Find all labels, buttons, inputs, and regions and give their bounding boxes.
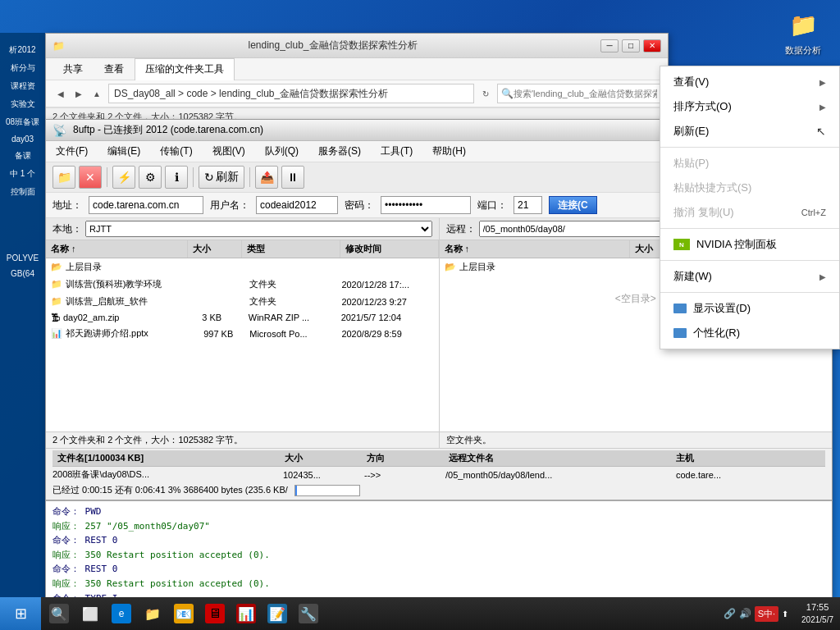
separator-2 [660,228,839,229]
separator-1 [660,147,839,148]
maximize-button[interactable]: □ [622,39,640,52]
local-file-item-folder1[interactable]: 📁 训练营(预科班)教学环境 文件夹 2020/12/28 17:... [46,276,439,293]
personalize-label: 个性化(R) [693,326,740,340]
folder-icon-1: 📁 [51,279,62,290]
nvidia-icon: N [673,239,690,250]
menu-view[interactable]: 视图(V) [206,143,252,160]
port-input[interactable] [514,196,542,214]
transfer-col-direction: 方向 [362,450,444,466]
date-display: 2021/5/7 [801,614,833,626]
ribbon-tabs: 共享 查看 压缩的文件夹工具 [46,58,668,80]
search-bar[interactable]: 🔍 [497,84,661,103]
progress-bar [294,485,360,496]
connect-button[interactable]: 连接(C [549,196,597,214]
taskbar-time[interactable]: 17:55 2021/5/7 [801,601,833,625]
taskbar-app2[interactable]: 🖥 [200,599,230,628]
breadcrumb[interactable]: DS_day08_all > code > lending_club_金融信贷数… [108,84,474,103]
cursor-icon: ↖ [816,125,826,138]
local-path-select[interactable]: RJTT [85,221,432,237]
context-menu-item-nvidia[interactable]: N NVIDIA 控制面板 [660,232,839,257]
file-size-zip: 3 KB [202,313,248,322]
log-line-1: 命令： PWD [52,504,825,519]
desktop-icon-data-analysis[interactable]: 📁 数据分析 [774,8,832,57]
context-menu-item-new[interactable]: 新建(W) ▶ [660,264,839,289]
context-menu-item-display[interactable]: 显示设置(D) [660,296,839,321]
app3-icon: 📊 [236,604,256,623]
taskbar: ⊞ 🔍 ⬜ e 📁 📧 🖥 📊 [0,597,840,630]
local-file-header: 名称 ↑ 大小 类型 修改时间 [46,240,439,258]
taskbar-right: 17:55 2021/5/7 [795,601,840,625]
context-menu-item-personalize[interactable]: 个性化(R) [660,321,839,345]
log-line-5: 命令： REST 0 [52,562,825,577]
toolbar-btn-upload[interactable]: 📤 [255,166,278,189]
tray-network-icon: 🔗 [724,608,736,619]
toolbar-btn-1[interactable]: 📁 [52,166,75,189]
menu-help[interactable]: 帮助(H) [426,143,472,160]
forward-button[interactable]: ▶ [71,85,87,102]
transfer-col-filename: 文件名[1/100034 KB] [52,450,280,466]
sidebar-item-gb: GB(64 [0,266,45,281]
username-input[interactable] [256,196,338,214]
transfer-direction: -->> [364,470,439,480]
up-button[interactable]: ▲ [89,85,105,102]
transfer-filename: 2008班备课\day08\DS... [52,468,276,481]
menu-server[interactable]: 服务器(S) [312,143,368,160]
start-icon: ⊞ [15,605,27,623]
sidebar-item-course: 课程资 [0,77,45,95]
address-bar: ◀ ▶ ▲ DS_day08_all > code > lending_club… [46,80,668,107]
taskbar-app5[interactable]: 🔧 [294,599,323,628]
window-title: lending_club_金融信贷数据探索性分析 [65,39,600,52]
taskbar-app4[interactable]: 📝 [262,599,292,628]
menu-queue[interactable]: 队列(Q) [258,143,305,160]
tab-view[interactable]: 查看 [94,58,135,80]
undo-label: 撤消 复制(U) [673,205,734,220]
taskbar-taskview[interactable]: ⬜ [75,599,105,628]
local-file-item-pptx[interactable]: 📊 祁天跑讲师介绍.pptx 997 KB Microsoft Po... 20… [46,325,439,342]
menu-transfer[interactable]: 传输(T) [153,143,199,160]
ftp-title-left: 📡 8uftp - 已连接到 2012 (code.tarena.com.cn) [52,123,263,137]
context-menu-item-sort[interactable]: 排序方式(O) ▶ [660,94,839,119]
col-type: 类型 [242,240,340,258]
sidebar-item-experiment: 实验文 [0,95,45,113]
local-file-item-up[interactable]: 📂 上层目录 [46,258,439,276]
context-menu-item-view[interactable]: 查看(V) ▶ [660,70,839,94]
toolbar-sep-1 [107,167,107,187]
search-input[interactable] [514,89,657,98]
ftp-app-icon: 📡 [52,124,66,137]
toolbar-sep-3 [249,167,250,187]
address-label: 地址： [52,199,82,212]
start-button[interactable]: ⊞ [0,597,41,630]
taskbar-edge[interactable]: e [107,599,136,628]
tab-compress-tools[interactable]: 压缩的文件夹工具 [135,58,235,80]
tab-share[interactable]: 共享 [52,58,94,80]
minimize-button[interactable]: ─ [600,39,619,52]
local-file-item-folder2[interactable]: 📁 训练营_启航班_软件 文件夹 2020/12/23 9:27 [46,293,439,310]
toolbar-btn-lightning[interactable]: ⚡ [112,166,135,189]
transfer-col-remote: 远程文件名 [444,450,671,466]
toolbar-btn-refresh[interactable]: ↻ 刷新 [199,166,244,189]
display-icon [673,304,687,313]
menu-edit[interactable]: 编辑(E) [101,143,147,160]
file-type-2: 文件夹 [249,295,341,308]
password-input[interactable] [381,196,471,214]
menu-tools[interactable]: 工具(T) [374,143,419,160]
toolbar-btn-close[interactable]: ✕ [79,166,102,189]
toolbar-btn-pause[interactable]: ⏸ [281,166,304,189]
taskbar-app1[interactable]: 📧 [169,599,199,628]
toolbar-sep-2 [193,167,194,187]
taskbar-icons: 🔍 ⬜ e 📁 📧 🖥 📊 📝 🔧 [41,599,717,628]
toolbar-btn-gear[interactable]: ⚙ [139,166,162,189]
context-menu-item-refresh[interactable]: 刷新(E) ↖ [660,119,839,144]
taskbar-app3[interactable]: 📊 [231,599,261,628]
taskbar-folder[interactable]: 📁 [138,599,167,628]
refresh-button[interactable]: ↻ [477,85,494,102]
input-method[interactable]: S中· [755,606,778,622]
taskbar-search[interactable]: 🔍 [44,599,74,628]
back-button[interactable]: ◀ [52,85,69,102]
toolbar-btn-info[interactable]: ℹ [165,166,188,189]
close-button[interactable]: ✕ [643,39,661,52]
menu-file[interactable]: 文件(F) [49,143,94,160]
local-file-item-zip[interactable]: 🗜 day02_am.zip 3 KB WinRAR ZIP ... 2021/… [46,310,439,325]
refresh-label: 刷新(E) [673,124,709,139]
address-input[interactable] [89,196,203,214]
